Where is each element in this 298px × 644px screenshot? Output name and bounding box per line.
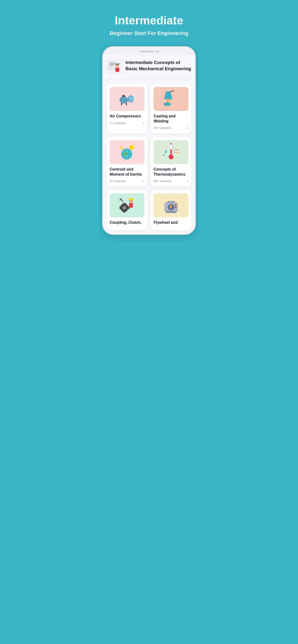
svg-rect-14 [121,103,122,105]
svg-point-44 [122,206,126,210]
svg-rect-5 [115,68,119,72]
hero-title: Intermediate [104,14,194,27]
card-image-air-compressor [110,87,144,111]
svg-rect-9 [119,98,128,102]
svg-rect-45 [123,203,126,204]
course-card-centroid[interactable]: Centroid and Moment of Inertia 6+ Lesson… [107,137,147,187]
svg-rect-11 [127,100,129,100]
lessons-count: 6+ Lessons [110,179,126,183]
svg-point-20 [169,102,170,103]
card-title-air-compressors: Air Compressors [110,114,144,119]
card-image-centroid [110,140,144,164]
svg-line-28 [134,144,135,145]
engineer-icon [108,61,121,73]
card-title-flywheel: Flywheel and [154,220,188,225]
phone-frame: Intermediate Concepts of Basic Mechanica… [102,46,196,235]
svg-marker-16 [164,92,172,99]
chevron-icon: › [187,179,188,183]
phone-top-bar [103,47,195,54]
card-title-thermodynamics: Concepts of Thermodynamics [154,167,188,177]
chevron-icon: › [143,179,144,183]
svg-rect-10 [128,96,133,102]
course-card-air-compressors[interactable]: Air Compressors 7+ Lessons › [107,84,147,134]
card-image-thermodynamics [154,140,188,164]
phone-container: Intermediate Concepts of Basic Mechanica… [99,46,199,242]
svg-rect-61 [167,201,175,204]
phone-content: Intermediate Concepts of Basic Mechanica… [103,54,195,234]
svg-rect-15 [126,103,127,105]
chevron-icon: › [143,121,144,125]
card-title-coupling: Coupling, Clutch, [110,220,144,225]
svg-rect-52 [129,198,133,200]
svg-point-26 [129,145,134,150]
svg-point-40 [163,154,165,156]
course-card-casting-welding[interactable]: Casting and Welding 16+ Lessons › [151,84,191,134]
course-card-thermodynamics[interactable]: Concepts of Thermodynamics 30+ Lessons › [151,137,191,187]
card-image-flywheel [154,193,188,217]
card-title-casting-welding: Casting and Welding [154,114,188,124]
svg-point-39 [165,150,167,153]
svg-rect-46 [123,211,126,212]
course-card-coupling[interactable]: Coupling, Clutch, [107,190,147,230]
card-image-welding [154,87,188,111]
svg-point-13 [123,95,124,97]
svg-point-31 [122,146,125,148]
svg-point-25 [123,152,128,156]
card-lessons-air-compressors[interactable]: 7+ Lessons › [110,121,144,125]
svg-rect-50 [129,203,133,208]
phone-pill [140,51,154,52]
svg-rect-60 [175,207,176,208]
svg-point-17 [164,103,171,106]
hero-section: Intermediate Beginner Start For Enginner… [99,0,199,46]
card-lessons-casting-welding[interactable]: 16+ Lessons › [154,126,188,130]
phone-camera [156,50,158,53]
card-lessons-centroid[interactable]: 6+ Lessons › [110,179,144,183]
course-card-flywheel[interactable]: Flywheel and [151,190,191,230]
svg-rect-47 [119,206,121,209]
cards-grid: Air Compressors 7+ Lessons › [107,84,191,230]
svg-rect-59 [175,204,176,206]
svg-marker-42 [170,143,172,144]
svg-line-21 [170,91,174,92]
lessons-count: 7+ Lessons [110,121,126,125]
hero-subtitle: Beginner Start For Enginnering [104,30,194,37]
lessons-count: 16+ Lessons [154,126,171,130]
svg-rect-62 [166,211,176,213]
svg-point-19 [171,100,172,101]
card-lessons-thermodynamics[interactable]: 30+ Lessons › [154,179,188,183]
app-header-icon [107,60,122,75]
card-image-coupling [110,193,144,217]
chevron-icon: › [187,126,188,130]
card-title-centroid: Centroid and Moment of Inertia [110,167,144,177]
svg-point-18 [170,101,171,102]
svg-point-34 [169,154,174,159]
app-header-title: Intermediate Concepts of Basic Mechanica… [125,60,191,72]
app-header: Intermediate Concepts of Basic Mechanica… [107,60,191,79]
svg-rect-7 [115,64,120,64]
lessons-count: 30+ Lessons [154,179,171,183]
